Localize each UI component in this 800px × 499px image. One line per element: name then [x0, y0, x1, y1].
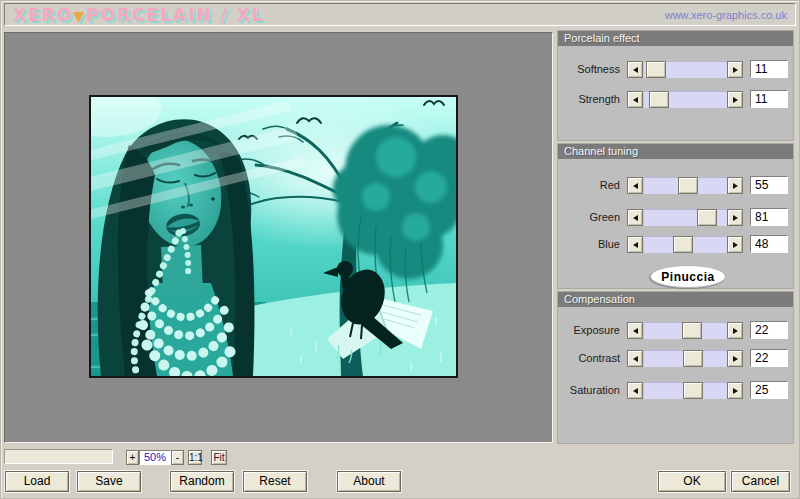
random-button[interactable]: Random: [170, 471, 234, 492]
saturation-slider-track[interactable]: [643, 382, 727, 399]
slider-label-softness: Softness: [558, 61, 620, 78]
red-slider-thumb[interactable]: [678, 177, 698, 194]
slider-label-red: Red: [558, 177, 620, 194]
contrast-value-field[interactable]: 22: [750, 349, 788, 367]
slider-row-softness: Softness 11: [558, 61, 793, 78]
preview-panel: [4, 32, 553, 443]
exposure-slider-thumb[interactable]: [682, 322, 702, 339]
exposure-decrement-button[interactable]: [627, 322, 643, 339]
contrast-increment-button[interactable]: [727, 350, 743, 367]
load-button[interactable]: Load: [5, 471, 69, 492]
actual-size-button[interactable]: 1:1: [188, 450, 202, 465]
slider-row-green: Green 81: [558, 209, 793, 226]
pinuccia-badge: Pinuccia: [650, 265, 726, 288]
blue-slider-track[interactable]: [643, 236, 727, 253]
slider-row-blue: Blue 48: [558, 236, 793, 253]
app-title-porcelain-xl: PORCELAIN / XL: [86, 5, 265, 25]
group-channel-tuning: Channel tuning Red 55 Green 81 Blue: [558, 144, 793, 288]
blue-increment-button[interactable]: [727, 236, 743, 253]
softness-decrement-button[interactable]: [627, 61, 643, 78]
contrast-decrement-button[interactable]: [627, 350, 643, 367]
save-button[interactable]: Save: [77, 471, 141, 492]
red-value-field[interactable]: 55: [750, 176, 788, 194]
strength-slider-thumb[interactable]: [649, 91, 669, 108]
arrow-right-icon: [733, 388, 741, 394]
slider-row-strength: Strength 11: [558, 91, 793, 108]
saturation-decrement-button[interactable]: [627, 382, 643, 399]
slider-row-contrast: Contrast 22: [558, 350, 793, 367]
zoom-in-button[interactable]: +: [126, 450, 139, 465]
arrow-left-icon: [630, 242, 638, 248]
slider-label-green: Green: [558, 209, 620, 226]
arrow-left-icon: [630, 183, 638, 189]
app-title-xero: XERO: [13, 5, 73, 25]
slider-label-contrast: Contrast: [558, 350, 620, 367]
slider-label-strength: Strength: [558, 91, 620, 108]
group-channel-tuning-title: Channel tuning: [558, 144, 793, 159]
slider-label-saturation: Saturation: [558, 382, 620, 399]
group-porcelain-effect-title: Porcelain effect: [558, 31, 793, 46]
arrow-left-icon: [630, 67, 638, 73]
arrow-left-icon: [630, 97, 638, 103]
arrow-left-icon: [630, 356, 638, 362]
strength-value-field[interactable]: 11: [750, 90, 788, 108]
exposure-increment-button[interactable]: [727, 322, 743, 339]
slider-row-exposure: Exposure 22: [558, 322, 793, 339]
group-compensation: Compensation Exposure 22 Contrast 22 Sat…: [558, 292, 793, 443]
plugin-window: XERO▼PORCELAIN / XL www.xero-graphics.co…: [0, 0, 800, 499]
group-compensation-title: Compensation: [558, 292, 793, 307]
arrow-right-icon: [733, 356, 741, 362]
contrast-slider-track[interactable]: [643, 350, 727, 367]
strength-slider-track[interactable]: [643, 91, 727, 108]
preview-image[interactable]: [89, 95, 458, 378]
strength-decrement-button[interactable]: [627, 91, 643, 108]
softness-value-field[interactable]: 11: [750, 60, 788, 78]
ok-button[interactable]: OK: [658, 471, 726, 492]
fit-button[interactable]: Fit: [211, 450, 227, 465]
group-porcelain-effect: Porcelain effect Softness 11 Strength 11: [558, 31, 793, 140]
preview-art: [91, 97, 456, 376]
softness-increment-button[interactable]: [727, 61, 743, 78]
saturation-increment-button[interactable]: [727, 382, 743, 399]
blue-value-field[interactable]: 48: [750, 235, 788, 253]
arrow-right-icon: [733, 242, 741, 248]
slider-label-blue: Blue: [558, 236, 620, 253]
arrow-right-icon: [733, 97, 741, 103]
app-title: XERO▼PORCELAIN / XL: [13, 5, 265, 25]
exposure-value-field[interactable]: 22: [750, 321, 788, 339]
zoom-out-button[interactable]: -: [171, 450, 184, 465]
blue-slider-thumb[interactable]: [673, 236, 693, 253]
cancel-button[interactable]: Cancel: [731, 471, 790, 492]
about-button[interactable]: About: [337, 471, 401, 492]
slider-label-exposure: Exposure: [558, 322, 620, 339]
green-slider-thumb[interactable]: [697, 209, 717, 226]
slider-row-red: Red 55: [558, 177, 793, 194]
arrow-left-icon: [630, 328, 638, 334]
green-increment-button[interactable]: [727, 209, 743, 226]
blue-decrement-button[interactable]: [627, 236, 643, 253]
reset-button[interactable]: Reset: [243, 471, 307, 492]
progress-bar: [4, 449, 113, 464]
title-bar: XERO▼PORCELAIN / XL www.xero-graphics.co…: [4, 3, 796, 26]
softness-slider-track[interactable]: [643, 61, 727, 78]
zoom-level-field[interactable]: 50%: [139, 450, 171, 465]
green-value-field[interactable]: 81: [750, 208, 788, 226]
saturation-value-field[interactable]: 25: [750, 381, 788, 399]
exposure-slider-track[interactable]: [643, 322, 727, 339]
green-slider-track[interactable]: [643, 209, 727, 226]
triangle-divider-icon: ▼: [73, 8, 86, 24]
arrow-right-icon: [733, 67, 741, 73]
arrow-left-icon: [630, 388, 638, 394]
red-decrement-button[interactable]: [627, 177, 643, 194]
saturation-slider-thumb[interactable]: [683, 382, 703, 399]
contrast-slider-thumb[interactable]: [683, 350, 703, 367]
website-link[interactable]: www.xero-graphics.co.uk: [665, 9, 787, 21]
arrow-right-icon: [733, 215, 741, 221]
arrow-right-icon: [733, 328, 741, 334]
arrow-left-icon: [630, 215, 638, 221]
green-decrement-button[interactable]: [627, 209, 643, 226]
red-slider-track[interactable]: [643, 177, 727, 194]
strength-increment-button[interactable]: [727, 91, 743, 108]
softness-slider-thumb[interactable]: [646, 61, 666, 78]
red-increment-button[interactable]: [727, 177, 743, 194]
